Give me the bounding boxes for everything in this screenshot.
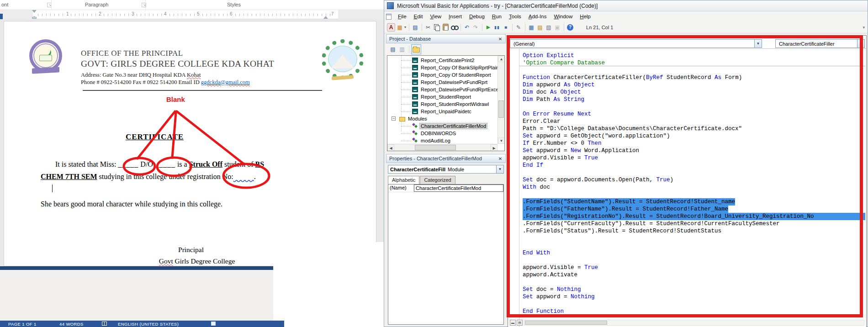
project-vertical-scrollbar[interactable]: ▲ ▼ bbox=[498, 56, 504, 144]
code-line[interactable]: End If bbox=[523, 162, 865, 169]
close-icon[interactable]: ✕ bbox=[497, 36, 503, 42]
chevron-down-icon[interactable]: ▼ bbox=[496, 165, 503, 173]
project-tree-item[interactable]: Report_CertificatePrint2 bbox=[387, 57, 498, 64]
code-line[interactable]: On Error Resume Next bbox=[523, 111, 865, 118]
scrollbar-thumb[interactable] bbox=[525, 321, 607, 325]
save-icon[interactable]: ▤ bbox=[411, 23, 419, 32]
project-tree-item[interactable]: Report_Copy Of StudentReport bbox=[387, 71, 498, 79]
code-line[interactable]: Dim Path As String bbox=[523, 96, 865, 103]
code-line[interactable]: Set appword = GetObject("word.applicatio… bbox=[523, 132, 865, 140]
project-tree-item[interactable]: Report_StudentReportWidrawl bbox=[387, 100, 498, 108]
vba-title-bar[interactable]: Microsoft Visual Basic for Applications … bbox=[384, 0, 868, 11]
code-line[interactable]: Error.Clear bbox=[523, 118, 865, 125]
scroll-left-icon[interactable]: ◀ bbox=[387, 144, 394, 151]
scroll-up-icon[interactable]: ▲ bbox=[498, 56, 505, 62]
copy-icon[interactable] bbox=[433, 23, 441, 32]
project-tree-item[interactable]: Report_UnpaidPaidetc bbox=[387, 108, 498, 115]
project-tree-item[interactable]: Report_StudentReport bbox=[387, 93, 498, 100]
menu-item[interactable]: Window bbox=[550, 13, 576, 20]
scrollbar-thumb[interactable] bbox=[415, 145, 456, 150]
code-line[interactable]: Path = "D:\College Database\Documents\Ch… bbox=[523, 125, 865, 132]
code-line[interactable]: If Err.Number <> 0 Then bbox=[523, 140, 865, 147]
code-line[interactable]: Dim doc As Object bbox=[523, 89, 865, 96]
status-word-count[interactable]: 44 WORDS bbox=[59, 322, 84, 327]
chevron-down-icon[interactable]: ▼ bbox=[754, 40, 762, 47]
code-line[interactable] bbox=[523, 242, 865, 249]
object-browser-icon[interactable]: ▧ bbox=[545, 23, 553, 32]
code-line[interactable]: .FormFields("Status").Result = StudentRe… bbox=[523, 227, 865, 235]
code-line[interactable] bbox=[523, 191, 865, 198]
code-line[interactable]: Set doc = Nothing bbox=[523, 286, 865, 293]
code-line[interactable]: End With bbox=[523, 249, 865, 257]
insert-userform-icon[interactable]: ▦ bbox=[396, 23, 404, 32]
code-line[interactable] bbox=[523, 279, 865, 286]
properties-panel-header[interactable]: Properties - CharacterCertificateFillerM… bbox=[386, 154, 506, 163]
design-mode-icon[interactable]: ✎ bbox=[514, 23, 523, 32]
right-indent-marker[interactable] bbox=[323, 14, 328, 19]
project-tree-item[interactable]: Report_DatewisePvtFundRprt bbox=[387, 79, 498, 86]
ruler[interactable]: 1234567 bbox=[0, 10, 386, 19]
scrollbar-thumb[interactable] bbox=[498, 100, 504, 118]
code-line[interactable]: Option Explicit bbox=[523, 52, 865, 59]
project-tree-item[interactable]: DOBINWORDS bbox=[387, 130, 498, 137]
tab-categorized[interactable]: Categorized bbox=[420, 176, 455, 184]
properties-window-icon[interactable]: ▤ bbox=[536, 23, 544, 32]
scroll-right-icon[interactable]: ▶ bbox=[491, 144, 498, 151]
code-line[interactable]: Set appword = Nothing bbox=[523, 293, 865, 301]
menu-item[interactable]: Insert bbox=[445, 13, 466, 20]
code-line[interactable]: .FormFields("CurrentFaculty").Result = S… bbox=[523, 220, 865, 227]
object-dropdown[interactable]: (General) ▼ bbox=[510, 39, 762, 48]
project-tree-item[interactable]: Report_DatewisePvtFundRprtExcelForm bbox=[387, 86, 498, 93]
menu-item[interactable]: Run bbox=[488, 13, 505, 20]
tab-alphabetic[interactable]: Alphabetic bbox=[388, 176, 419, 184]
toggle-folders-button[interactable] bbox=[411, 44, 421, 54]
undo-icon[interactable]: ↶ bbox=[463, 23, 471, 32]
status-page-count[interactable]: PAGE 1 OF 1 bbox=[8, 322, 37, 327]
view-code-icon[interactable]: ▤ bbox=[389, 45, 397, 53]
project-tree-item[interactable]: modAuditLog bbox=[387, 137, 498, 144]
status-indicator-icon[interactable] bbox=[211, 322, 216, 326]
code-line[interactable] bbox=[523, 103, 865, 111]
code-line[interactable]: Dim appword As Object bbox=[523, 81, 865, 89]
code-line[interactable] bbox=[523, 169, 865, 176]
project-tree-item[interactable]: Report_Copy Of BankSlipRprtPlain bbox=[387, 64, 498, 71]
toolbar-overflow-icon[interactable]: ▾ bbox=[863, 25, 865, 30]
code-line[interactable]: End Function bbox=[523, 308, 865, 315]
code-line[interactable] bbox=[523, 67, 865, 74]
properties-object-combo[interactable]: CharacterCertificateFill Module ▼ bbox=[388, 165, 504, 174]
reset-icon[interactable]: ■ bbox=[502, 23, 510, 32]
insert-dropdown-icon[interactable]: ▾ bbox=[404, 25, 406, 29]
scroll-down-icon[interactable]: ▼ bbox=[498, 137, 505, 144]
full-module-view-icon[interactable]: ▤ bbox=[517, 320, 523, 326]
menu-item[interactable]: View bbox=[426, 13, 445, 20]
procedure-view-icon[interactable]: ▬ bbox=[510, 320, 516, 326]
tree-expander-icon[interactable]: − bbox=[392, 116, 396, 121]
menu-item[interactable]: Tools bbox=[505, 13, 525, 20]
left-indent-marker[interactable] bbox=[32, 17, 37, 19]
break-icon[interactable]: ▮▮ bbox=[493, 23, 501, 32]
close-icon[interactable]: ✕ bbox=[497, 155, 503, 162]
code-line[interactable]: .FormFields("RegistrationNo").Result = S… bbox=[523, 213, 865, 220]
view-host-app-icon[interactable]: A bbox=[387, 23, 395, 32]
code-editor[interactable]: Option Explicit'Option Compare DatabaseF… bbox=[523, 49, 865, 315]
code-horizontal-scrollbar[interactable] bbox=[524, 320, 864, 326]
code-line[interactable]: 'Option Compare Database bbox=[523, 59, 865, 67]
code-line[interactable] bbox=[523, 257, 865, 264]
menu-item[interactable]: Help bbox=[576, 13, 594, 20]
code-line[interactable]: Set appword = New Word.Application bbox=[523, 147, 865, 154]
project-horizontal-scrollbar[interactable]: ◀ ▶ bbox=[387, 144, 498, 151]
code-line[interactable]: Set doc = appword.Documents.Open(Path, T… bbox=[523, 176, 865, 184]
chevron-down-icon[interactable]: ▼ bbox=[857, 40, 864, 47]
code-line[interactable]: appword.Visible = True bbox=[523, 264, 865, 271]
code-line[interactable]: .FormFields("FatherName").Result = Stude… bbox=[523, 206, 865, 213]
menu-item[interactable]: Debug bbox=[466, 13, 488, 20]
code-line[interactable]: With doc bbox=[523, 184, 865, 191]
code-line[interactable]: Function CharacterCertificateFiller(ByRe… bbox=[523, 74, 865, 81]
project-explorer-icon[interactable]: ▦ bbox=[527, 23, 535, 32]
code-document-icon[interactable] bbox=[386, 14, 392, 20]
find-icon[interactable] bbox=[450, 23, 458, 32]
code-line[interactable]: appword.Visible = True bbox=[523, 154, 865, 162]
code-line[interactable] bbox=[523, 301, 865, 308]
help-icon[interactable]: ? bbox=[567, 24, 573, 31]
cut-icon[interactable]: ✂ bbox=[424, 23, 432, 32]
